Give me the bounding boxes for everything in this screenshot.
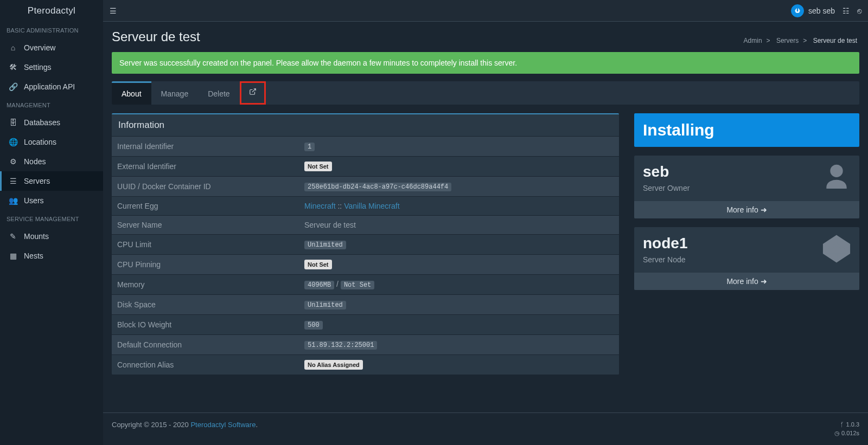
row-conn: Default Connection51.89.132.2:25001 — [112, 335, 619, 355]
users-icon: 👥 — [9, 196, 17, 205]
copyright: Copyright © 2015 - 2020 — [112, 421, 190, 429]
sidebar-item-label: Locations — [24, 138, 56, 146]
tabs: About Manage Delete — [112, 81, 859, 105]
render-time: 0.012s — [841, 430, 859, 436]
owner-more-link[interactable]: More info ➜ — [634, 201, 859, 218]
sidebar-item-nests[interactable]: ▦Nests — [0, 246, 103, 266]
server-name-value: Serveur de test — [299, 216, 619, 235]
magic-icon: ✎ — [9, 232, 17, 241]
cpu-pin-badge: Not Set — [304, 260, 332, 269]
sidebar-item-servers[interactable]: ☰Servers — [0, 171, 103, 191]
sidebar-item-nodes[interactable]: ⚙Nodes — [0, 152, 103, 171]
info-header: Information — [112, 114, 619, 136]
row-internal-id: Internal Identifier1 — [112, 137, 619, 157]
uuid-value: 258e61bd-db24-4ac8-a97c-c46dc89a44f4 — [304, 183, 451, 191]
svg-line-0 — [252, 89, 255, 92]
sidebar-item-label: Overview — [24, 43, 55, 52]
node-name: node1 — [643, 235, 851, 252]
sidebar-item-label: Databases — [24, 118, 60, 127]
tab-manage[interactable]: Manage — [151, 81, 199, 105]
user-name: seb seb — [808, 7, 835, 15]
main-area: ☰ ⏻ seb seb ☷ ⎋ Serveur de test Admin> S… — [103, 0, 868, 445]
sitemap-icon: ⚙ — [9, 157, 17, 166]
sidebar-item-overview[interactable]: ⌂Overview — [0, 38, 103, 57]
sidebar-item-users[interactable]: 👥Users — [0, 191, 103, 210]
footer: Copyright © 2015 - 2020 Pterodactyl Soft… — [103, 412, 868, 445]
info-table: Internal Identifier1 External Identifier… — [112, 136, 619, 375]
app-logo[interactable]: Pterodactyl — [0, 0, 103, 22]
swap-value: Not Set — [341, 281, 374, 289]
link-icon: 🔗 — [9, 82, 17, 91]
node-sub: Server Node — [643, 255, 851, 264]
tab-external-link[interactable] — [240, 81, 266, 105]
codepen-icon — [821, 234, 852, 264]
sidebar-item-locations[interactable]: 🌐Locations — [0, 132, 103, 152]
sidebar: Pterodactyl BASIC ADMINISTRATION ⌂Overvi… — [0, 0, 103, 445]
sidebar-item-label: Settings — [24, 63, 52, 72]
sidebar-item-label: Nests — [24, 251, 43, 260]
sidebar-item-mounts[interactable]: ✎Mounts — [0, 227, 103, 246]
install-status: Installing — [634, 113, 859, 147]
crumb-admin[interactable]: Admin — [744, 37, 762, 44]
arrow-right-icon: ➜ — [761, 277, 767, 286]
node-card: node1 Server Node More info ➜ — [634, 227, 859, 290]
row-memory: Memory4096MB / Not Set — [112, 275, 619, 295]
sidebar-item-label: Application API — [24, 82, 75, 91]
success-alert: Server was successfully created on the p… — [112, 52, 859, 74]
database-icon: 🗄 — [9, 118, 17, 127]
row-cpu-pin: CPU PinningNot Set — [112, 255, 619, 275]
external-id-badge: Not Set — [304, 162, 332, 171]
row-disk: Disk SpaceUnlimited — [112, 295, 619, 315]
page-title: Serveur de test — [112, 29, 200, 44]
power-icon: ⏻ — [791, 4, 804, 17]
alias-badge: No Alias Assigned — [304, 360, 363, 370]
cpu-limit-value: Unlimited — [304, 241, 346, 249]
th-large-icon: ▦ — [9, 251, 17, 260]
tab-delete[interactable]: Delete — [198, 81, 239, 105]
version: 1.0.3 — [846, 421, 859, 428]
sidebar-item-label: Users — [24, 196, 44, 205]
server-icon: ☰ — [9, 177, 17, 185]
sidebar-item-databases[interactable]: 🗄Databases — [0, 113, 103, 132]
tab-about[interactable]: About — [112, 81, 151, 105]
owner-name: seb — [643, 163, 851, 180]
header-bar: ☰ ⏻ seb seb ☷ ⎋ — [103, 0, 868, 22]
user-menu[interactable]: ⏻ seb seb — [791, 4, 835, 17]
row-io: Block IO Weight500 — [112, 315, 619, 335]
crumb-servers[interactable]: Servers — [776, 37, 799, 44]
row-name: Server NameServeur de test — [112, 216, 619, 235]
row-egg: Current EggMinecraft :: Vanilla Minecraf… — [112, 197, 619, 216]
footer-link[interactable]: Pterodactyl Software — [190, 421, 256, 429]
node-more-link[interactable]: More info ➜ — [634, 273, 859, 290]
content: Serveur de test Admin> Servers> Serveur … — [103, 22, 868, 412]
internal-id-value: 1 — [304, 143, 315, 151]
sidebar-item-label: Nodes — [24, 157, 46, 166]
globe-icon: 🌐 — [9, 138, 17, 146]
conn-value: 51.89.132.2:25001 — [304, 341, 377, 350]
user-icon — [821, 162, 852, 192]
exit-admin-icon[interactable]: ☷ — [843, 7, 850, 15]
io-value: 500 — [304, 321, 323, 330]
memory-value: 4096MB — [304, 281, 334, 289]
breadcrumb: Admin> Servers> Serveur de test — [742, 37, 859, 44]
row-external-id: External IdentifierNot Set — [112, 157, 619, 177]
sidebar-item-label: Mounts — [24, 232, 49, 241]
home-icon: ⌂ — [9, 43, 17, 52]
row-uuid: UUID / Docker Container ID258e61bd-db24-… — [112, 177, 619, 197]
sidebar-item-settings[interactable]: 🛠Settings — [0, 57, 103, 77]
clock-icon: ◷ — [834, 430, 840, 436]
sidebar-item-label: Servers — [24, 177, 50, 185]
branch-icon: ᚶ — [840, 421, 844, 428]
egg-link[interactable]: Vanilla Minecraft — [344, 202, 399, 210]
disk-value: Unlimited — [304, 301, 346, 309]
external-link-icon — [249, 88, 257, 95]
crumb-current: Serveur de test — [813, 37, 857, 44]
menu-toggle-icon[interactable]: ☰ — [110, 7, 117, 15]
sidebar-item-api[interactable]: 🔗Application API — [0, 77, 103, 96]
owner-card: seb Server Owner More info ➜ — [634, 156, 859, 218]
nest-link[interactable]: Minecraft — [304, 202, 336, 210]
arrow-right-icon: ➜ — [761, 205, 767, 214]
wrench-icon: 🛠 — [9, 63, 17, 72]
nav-header-management: MANAGEMENT — [0, 96, 103, 113]
logout-icon[interactable]: ⎋ — [857, 7, 861, 15]
